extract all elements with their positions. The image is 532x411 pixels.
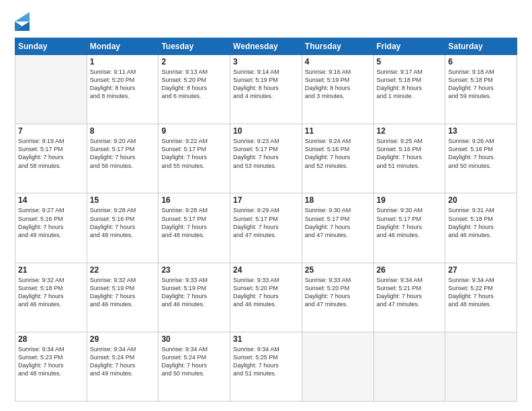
day-info: Sunrise: 9:19 AM Sunset: 5:17 PM Dayligh… — [18, 137, 84, 170]
calendar-cell: 7Sunrise: 9:19 AM Sunset: 5:17 PM Daylig… — [15, 124, 87, 193]
day-info: Sunrise: 9:34 AM Sunset: 5:22 PM Dayligh… — [448, 276, 514, 309]
calendar-cell — [373, 332, 445, 401]
calendar-header-sunday: Sunday — [15, 38, 87, 55]
day-number: 27 — [448, 265, 514, 275]
day-number: 13 — [448, 126, 514, 136]
logo-icon — [15, 12, 30, 31]
day-number: 23 — [161, 265, 227, 275]
calendar-cell: 15Sunrise: 9:28 AM Sunset: 5:16 PM Dayli… — [87, 193, 159, 263]
day-info: Sunrise: 9:20 AM Sunset: 5:17 PM Dayligh… — [90, 137, 156, 170]
calendar-cell: 9Sunrise: 9:22 AM Sunset: 5:17 PM Daylig… — [159, 124, 230, 193]
calendar-cell: 5Sunrise: 9:17 AM Sunset: 5:18 PM Daylig… — [373, 55, 445, 124]
calendar-cell: 6Sunrise: 9:18 AM Sunset: 5:18 PM Daylig… — [445, 55, 517, 124]
day-info: Sunrise: 9:24 AM Sunset: 5:16 PM Dayligh… — [305, 137, 371, 170]
day-info: Sunrise: 9:34 AM Sunset: 5:23 PM Dayligh… — [18, 345, 84, 378]
calendar-cell: 2Sunrise: 9:13 AM Sunset: 5:20 PM Daylig… — [159, 55, 230, 124]
day-number: 28 — [18, 334, 84, 344]
day-number: 30 — [161, 334, 227, 344]
day-number: 26 — [377, 265, 443, 275]
day-number: 24 — [233, 265, 299, 275]
day-info: Sunrise: 9:28 AM Sunset: 5:17 PM Dayligh… — [161, 206, 227, 239]
calendar-cell: 27Sunrise: 9:34 AM Sunset: 5:22 PM Dayli… — [445, 263, 517, 332]
day-number: 22 — [90, 265, 156, 275]
calendar-header-monday: Monday — [87, 38, 159, 55]
calendar-cell: 18Sunrise: 9:30 AM Sunset: 5:17 PM Dayli… — [302, 193, 373, 263]
day-info: Sunrise: 9:33 AM Sunset: 5:20 PM Dayligh… — [233, 276, 299, 309]
calendar-cell: 14Sunrise: 9:27 AM Sunset: 5:16 PM Dayli… — [15, 193, 87, 263]
day-number: 19 — [377, 195, 443, 205]
calendar-week-3: 21Sunrise: 9:32 AM Sunset: 5:18 PM Dayli… — [15, 263, 517, 332]
logo — [15, 12, 32, 31]
calendar-cell: 16Sunrise: 9:28 AM Sunset: 5:17 PM Dayli… — [159, 193, 230, 263]
day-number: 16 — [161, 195, 227, 205]
calendar-cell: 21Sunrise: 9:32 AM Sunset: 5:18 PM Dayli… — [15, 263, 87, 332]
day-number: 3 — [233, 57, 299, 66]
calendar-cell: 20Sunrise: 9:31 AM Sunset: 5:18 PM Dayli… — [445, 193, 517, 263]
day-number: 21 — [18, 265, 84, 275]
day-info: Sunrise: 9:30 AM Sunset: 5:17 PM Dayligh… — [377, 206, 443, 239]
day-number: 20 — [448, 195, 514, 205]
day-info: Sunrise: 9:25 AM Sunset: 5:16 PM Dayligh… — [377, 137, 443, 170]
calendar-cell: 3Sunrise: 9:14 AM Sunset: 5:19 PM Daylig… — [230, 55, 302, 124]
day-number: 4 — [305, 57, 371, 66]
day-number: 12 — [377, 126, 443, 136]
calendar-cell: 17Sunrise: 9:29 AM Sunset: 5:17 PM Dayli… — [230, 193, 302, 263]
day-info: Sunrise: 9:11 AM Sunset: 5:20 PM Dayligh… — [90, 68, 156, 101]
day-info: Sunrise: 9:34 AM Sunset: 5:24 PM Dayligh… — [90, 345, 156, 378]
header — [15, 12, 517, 31]
day-info: Sunrise: 9:26 AM Sunset: 5:16 PM Dayligh… — [448, 137, 514, 170]
day-number: 6 — [448, 57, 514, 66]
day-number: 8 — [90, 126, 156, 136]
calendar-cell: 8Sunrise: 9:20 AM Sunset: 5:17 PM Daylig… — [87, 124, 159, 193]
page: SundayMondayTuesdayWednesdayThursdayFrid… — [0, 0, 532, 411]
day-info: Sunrise: 9:18 AM Sunset: 5:18 PM Dayligh… — [448, 68, 514, 101]
day-info: Sunrise: 9:34 AM Sunset: 5:24 PM Dayligh… — [161, 345, 227, 378]
day-info: Sunrise: 9:13 AM Sunset: 5:20 PM Dayligh… — [161, 68, 227, 101]
day-info: Sunrise: 9:27 AM Sunset: 5:16 PM Dayligh… — [18, 206, 84, 239]
day-number: 14 — [18, 195, 84, 205]
day-number: 29 — [90, 334, 156, 344]
day-number: 17 — [233, 195, 299, 205]
day-info: Sunrise: 9:31 AM Sunset: 5:18 PM Dayligh… — [448, 206, 514, 239]
day-info: Sunrise: 9:29 AM Sunset: 5:17 PM Dayligh… — [233, 206, 299, 239]
calendar-cell: 13Sunrise: 9:26 AM Sunset: 5:16 PM Dayli… — [445, 124, 517, 193]
day-number: 25 — [305, 265, 371, 275]
day-info: Sunrise: 9:34 AM Sunset: 5:21 PM Dayligh… — [377, 276, 443, 309]
calendar-cell: 10Sunrise: 9:23 AM Sunset: 5:17 PM Dayli… — [230, 124, 302, 193]
calendar-cell: 28Sunrise: 9:34 AM Sunset: 5:23 PM Dayli… — [15, 332, 87, 401]
day-info: Sunrise: 9:32 AM Sunset: 5:18 PM Dayligh… — [18, 276, 84, 309]
calendar-cell — [445, 332, 517, 401]
calendar-cell: 4Sunrise: 9:16 AM Sunset: 5:19 PM Daylig… — [302, 55, 373, 124]
day-info: Sunrise: 9:22 AM Sunset: 5:17 PM Dayligh… — [161, 137, 227, 170]
calendar-cell: 31Sunrise: 9:34 AM Sunset: 5:25 PM Dayli… — [230, 332, 302, 401]
calendar-cell: 26Sunrise: 9:34 AM Sunset: 5:21 PM Dayli… — [373, 263, 445, 332]
day-info: Sunrise: 9:33 AM Sunset: 5:19 PM Dayligh… — [161, 276, 227, 309]
calendar-header-saturday: Saturday — [445, 38, 517, 55]
calendar-cell: 25Sunrise: 9:33 AM Sunset: 5:20 PM Dayli… — [302, 263, 373, 332]
calendar-header-wednesday: Wednesday — [230, 38, 302, 55]
day-number: 1 — [90, 57, 156, 66]
calendar-cell — [302, 332, 373, 401]
day-info: Sunrise: 9:14 AM Sunset: 5:19 PM Dayligh… — [233, 68, 299, 101]
calendar-cell: 22Sunrise: 9:32 AM Sunset: 5:19 PM Dayli… — [87, 263, 159, 332]
day-info: Sunrise: 9:34 AM Sunset: 5:25 PM Dayligh… — [233, 345, 299, 378]
calendar-cell: 12Sunrise: 9:25 AM Sunset: 5:16 PM Dayli… — [373, 124, 445, 193]
day-info: Sunrise: 9:17 AM Sunset: 5:18 PM Dayligh… — [377, 68, 443, 101]
calendar-cell: 11Sunrise: 9:24 AM Sunset: 5:16 PM Dayli… — [302, 124, 373, 193]
calendar-week-1: 7Sunrise: 9:19 AM Sunset: 5:17 PM Daylig… — [15, 124, 517, 193]
calendar-cell: 1Sunrise: 9:11 AM Sunset: 5:20 PM Daylig… — [87, 55, 159, 124]
calendar-week-4: 28Sunrise: 9:34 AM Sunset: 5:23 PM Dayli… — [15, 332, 517, 401]
day-info: Sunrise: 9:30 AM Sunset: 5:17 PM Dayligh… — [305, 206, 371, 239]
calendar-cell: 24Sunrise: 9:33 AM Sunset: 5:20 PM Dayli… — [230, 263, 302, 332]
day-info: Sunrise: 9:32 AM Sunset: 5:19 PM Dayligh… — [90, 276, 156, 309]
calendar: SundayMondayTuesdayWednesdayThursdayFrid… — [15, 38, 517, 402]
calendar-header-row: SundayMondayTuesdayWednesdayThursdayFrid… — [15, 38, 517, 55]
calendar-cell: 23Sunrise: 9:33 AM Sunset: 5:19 PM Dayli… — [159, 263, 230, 332]
calendar-cell — [15, 55, 87, 124]
day-number: 5 — [377, 57, 443, 66]
calendar-week-2: 14Sunrise: 9:27 AM Sunset: 5:16 PM Dayli… — [15, 193, 517, 263]
day-info: Sunrise: 9:16 AM Sunset: 5:19 PM Dayligh… — [305, 68, 371, 101]
calendar-header-friday: Friday — [373, 38, 445, 55]
day-number: 18 — [305, 195, 371, 205]
calendar-header-tuesday: Tuesday — [159, 38, 230, 55]
